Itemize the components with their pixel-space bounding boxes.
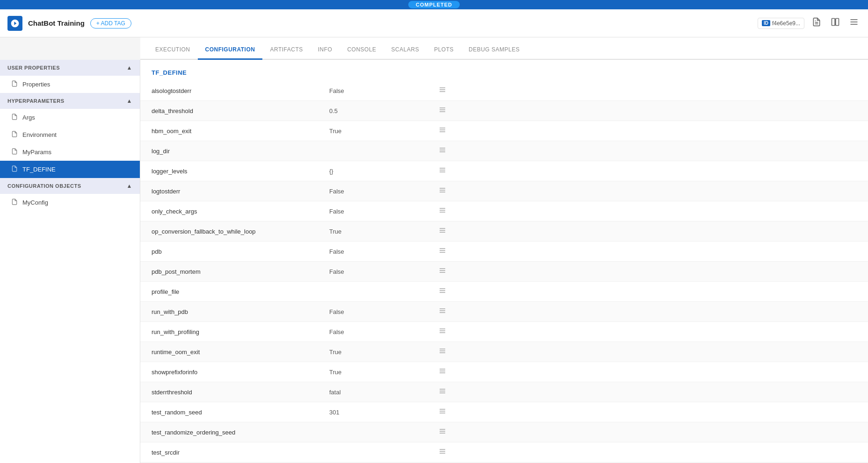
- config-menu-icon[interactable]: [435, 362, 454, 382]
- config-menu-icon[interactable]: [435, 101, 454, 121]
- config-key: log_dir: [140, 142, 318, 160]
- config-menu-icon[interactable]: [435, 161, 454, 181]
- table-row: profile_file: [140, 282, 868, 302]
- tab-console[interactable]: CONSOLE: [340, 41, 383, 60]
- config-value: False: [318, 183, 435, 200]
- file-icon: [11, 80, 18, 88]
- config-key: run_with_profiling: [140, 323, 318, 341]
- nav-tabs: EXECUTION CONFIGURATION ARTIFACTS INFO C…: [140, 37, 868, 60]
- config-key: profile_file: [140, 283, 318, 300]
- sidebar-item-args[interactable]: Args: [0, 109, 140, 126]
- config-key: runtime_oom_exit: [140, 343, 318, 361]
- sidebar-item-myparams[interactable]: MyParams: [0, 143, 140, 161]
- config-value: False: [318, 303, 435, 321]
- table-row: test_randomize_ordering_seed: [140, 422, 868, 442]
- tf-define-label: TF_DEFINE: [22, 166, 56, 173]
- file-icon-5: [11, 165, 18, 173]
- config-menu-icon[interactable]: [435, 322, 454, 342]
- status-badge: COMPLETED: [408, 1, 460, 8]
- args-label: Args: [22, 114, 35, 121]
- config-key: test_random_seed: [140, 404, 318, 421]
- config-key: delta_threshold: [140, 102, 318, 120]
- chevron-up-icon-2: ▲: [127, 98, 132, 104]
- file-icon-2: [11, 114, 18, 121]
- svg-rect-3: [836, 19, 839, 26]
- config-value: True: [318, 223, 435, 240]
- split-icon[interactable]: [829, 15, 842, 31]
- section-title: TF_DEFINE: [140, 60, 868, 81]
- config-menu-icon[interactable]: [435, 342, 454, 362]
- config-menu-icon[interactable]: [435, 442, 454, 462]
- tab-debug-samples[interactable]: DEBUG SAMPLES: [461, 41, 527, 60]
- config-value: False: [318, 203, 435, 220]
- table-row: delta_threshold0.5: [140, 101, 868, 121]
- header: ChatBot Training + ADD TAG ID f4e6e5e9..…: [0, 9, 868, 37]
- app-icon: [7, 16, 22, 31]
- config-menu-icon[interactable]: [435, 201, 454, 221]
- config-menu-icon[interactable]: [435, 382, 454, 402]
- table-row: only_check_argsFalse: [140, 201, 868, 221]
- config-value: [318, 286, 435, 297]
- tab-plots[interactable]: PLOTS: [427, 41, 461, 60]
- config-key: alsologtostderr: [140, 82, 318, 100]
- config-key: logtostderr: [140, 183, 318, 200]
- config-value: False: [318, 323, 435, 341]
- add-tag-button[interactable]: + ADD TAG: [90, 18, 131, 28]
- config-value: fatal: [318, 384, 435, 401]
- myconfig-label: MyConfig: [22, 199, 48, 206]
- file-icon-3: [11, 131, 18, 139]
- table-row: pdb_post_mortemFalse: [140, 262, 868, 282]
- config-menu-icon[interactable]: [435, 402, 454, 422]
- config-menu-icon[interactable]: [435, 262, 454, 281]
- config-menu-icon[interactable]: [435, 302, 454, 321]
- table-row: logtostderrFalse: [140, 181, 868, 201]
- menu-icon[interactable]: [847, 15, 861, 31]
- sidebar-section-user-properties[interactable]: USER PROPERTIES ▲: [0, 60, 140, 76]
- sidebar-section-hyperparameters[interactable]: HYPERPARAMETERS ▲: [0, 93, 140, 109]
- tab-artifacts[interactable]: ARTIFACTS: [262, 41, 310, 60]
- config-value: True: [318, 122, 435, 140]
- chevron-up-icon-3: ▲: [127, 183, 132, 189]
- id-value: f4e6e5e9...: [772, 20, 800, 27]
- properties-label: Properties: [22, 81, 50, 88]
- sidebar-item-tf-define[interactable]: TF_DEFINE: [0, 161, 140, 178]
- tab-configuration[interactable]: CONFIGURATION: [198, 41, 263, 60]
- config-key: pdb: [140, 243, 318, 260]
- config-menu-icon[interactable]: [435, 181, 454, 201]
- tab-scalars[interactable]: SCALARS: [384, 41, 427, 60]
- table-row: hbm_oom_exitTrue: [140, 121, 868, 141]
- config-menu-icon[interactable]: [435, 282, 454, 301]
- config-menu-icon[interactable]: [435, 221, 454, 241]
- table-row: op_conversion_fallback_to_while_loopTrue: [140, 221, 868, 242]
- config-menu-icon[interactable]: [435, 242, 454, 261]
- table-row: showprefixforinfoTrue: [140, 362, 868, 382]
- sidebar-item-myconfig[interactable]: MyConfig: [0, 194, 140, 211]
- table-row: stderrthresholdfatal: [140, 382, 868, 402]
- main-content: TF_DEFINE alsologtostderrFalse delta_thr…: [140, 60, 868, 463]
- table-row: logger_levels{}: [140, 161, 868, 181]
- config-menu-icon[interactable]: [435, 81, 454, 100]
- config-key: op_conversion_fallback_to_while_loop: [140, 223, 318, 240]
- config-key: test_srcdir: [140, 444, 318, 461]
- tab-info[interactable]: INFO: [311, 41, 340, 60]
- app-title: ChatBot Training: [28, 19, 85, 27]
- config-value: False: [318, 82, 435, 100]
- config-value: True: [318, 363, 435, 381]
- hyperparameters-label: HYPERPARAMETERS: [7, 98, 65, 104]
- id-label: ID: [762, 20, 770, 26]
- sidebar-item-environment[interactable]: Environment: [0, 126, 140, 143]
- config-menu-icon[interactable]: [435, 121, 454, 141]
- document-icon[interactable]: [810, 15, 823, 31]
- config-menu-icon[interactable]: [435, 422, 454, 442]
- tab-execution[interactable]: EXECUTION: [148, 41, 198, 60]
- header-left: ChatBot Training + ADD TAG: [7, 16, 131, 31]
- config-value: False: [318, 243, 435, 260]
- table-row: test_random_seed301: [140, 402, 868, 422]
- config-menu-icon[interactable]: [435, 141, 454, 161]
- sidebar-item-properties[interactable]: Properties: [0, 76, 140, 93]
- table-row: pdbFalse: [140, 242, 868, 262]
- config-value: 301: [318, 404, 435, 421]
- sidebar-section-configuration-objects[interactable]: CONFIGURATION OBJECTS ▲: [0, 178, 140, 194]
- configuration-objects-label: CONFIGURATION OBJECTS: [7, 183, 81, 189]
- table-row: run_with_profilingFalse: [140, 322, 868, 342]
